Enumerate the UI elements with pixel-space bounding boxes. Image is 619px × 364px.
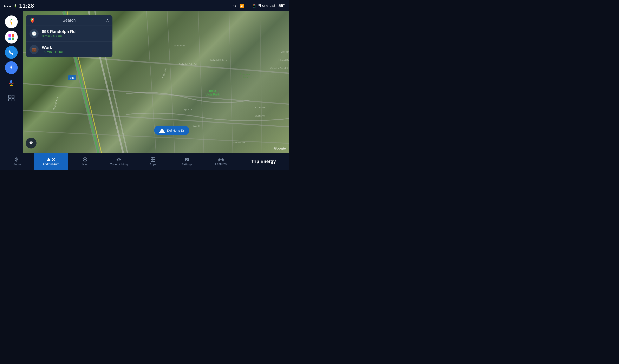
svg-rect-9 <box>8 95 11 98</box>
nav-item-settings[interactable]: Settings <box>170 153 204 170</box>
lte-indicator: LTE ▲ <box>4 4 12 7</box>
pixelate-icon <box>8 33 15 41</box>
svg-rect-58 <box>218 159 224 161</box>
phone-list[interactable]: 📱 Phone List <box>252 3 275 8</box>
svg-rect-6 <box>10 80 12 83</box>
trip-energy[interactable]: Trip Energy <box>238 153 289 170</box>
audio-label: Audio <box>13 163 21 166</box>
svg-point-57 <box>186 160 187 161</box>
sidebar-mic-button[interactable] <box>5 77 18 89</box>
svg-text:Placer Dr: Placer Dr <box>192 125 200 127</box>
nav-item-features[interactable]: Features <box>204 153 238 170</box>
svg-point-55 <box>185 158 186 159</box>
nav-item-zone-lighting[interactable]: Zone Lighting <box>102 153 136 170</box>
svg-rect-10 <box>12 95 14 98</box>
nav-arrow: Del Norte Dr <box>154 126 189 135</box>
maps-icon <box>8 18 15 26</box>
search-item-work-info: Work 16 min · 12 mi <box>42 45 63 54</box>
sidebar-pixelate-button[interactable] <box>5 31 18 43</box>
randolph-subtitle: 8 min · 4.7 mi <box>42 34 75 38</box>
nav-location: Del Norte Dr <box>167 129 184 132</box>
svg-text:Winchester: Winchester <box>174 44 185 47</box>
signal-icon: ↑↓ <box>233 4 236 8</box>
recent-icon: 🕐 <box>29 29 39 38</box>
zone-lighting-icon <box>116 157 121 162</box>
trip-energy-label: Trip Energy <box>251 159 276 164</box>
nav-item-android-auto[interactable]: Android Auto <box>34 153 68 170</box>
settings-icon <box>8 65 14 71</box>
work-title: Work <box>42 45 63 50</box>
wifi-icon: 📶 <box>239 3 244 8</box>
direction-arrow-icon <box>159 128 165 133</box>
nav-item-nav[interactable]: Nav <box>68 153 102 170</box>
apps-icon <box>150 157 155 162</box>
svg-rect-2 <box>12 34 14 37</box>
svg-rect-1 <box>8 34 11 37</box>
settings-nav-icon <box>184 157 189 162</box>
apps-label: Apps <box>150 163 156 166</box>
svg-text:Park: Park <box>243 76 248 79</box>
randolph-title: 893 Randolph Rd <box>42 29 75 34</box>
sidebar-phone-button[interactable] <box>5 46 18 59</box>
mic-icon <box>8 79 15 87</box>
svg-text:Ancona Ave: Ancona Ave <box>254 107 266 109</box>
search-panel: Search ∧ 🕐 893 Randolph Rd 8 min · 4.7 m… <box>26 15 113 57</box>
map-area[interactable]: 101 Hollister Ave Bella Vista Park Everg… <box>23 11 289 153</box>
svg-rect-11 <box>8 99 11 101</box>
work-icon: 💼 <box>29 45 39 54</box>
svg-text:Cathedral Oaks Rd: Cathedral Oaks Rd <box>210 59 227 61</box>
svg-text:Alpine Dr: Alpine Dr <box>183 108 192 111</box>
temperature: 55° <box>279 3 285 8</box>
nav-item-audio[interactable]: Audio <box>0 153 34 170</box>
status-right: ↑↓ 📶 | 📱 Phone List 55° <box>233 3 285 8</box>
work-subtitle: 16 min · 12 mi <box>42 50 63 54</box>
svg-text:Cathedral Oaks Rd: Cathedral Oaks Rd <box>270 67 288 69</box>
svg-rect-50 <box>151 160 153 162</box>
svg-point-33 <box>30 142 32 144</box>
sidebar-settings-button[interactable] <box>5 61 18 74</box>
svg-rect-51 <box>153 160 155 162</box>
svg-text:101: 101 <box>70 76 74 79</box>
sidebar-maps-button[interactable] <box>5 15 18 28</box>
zone-lighting-label: Zone Lighting <box>110 163 128 166</box>
svg-rect-4 <box>12 38 14 40</box>
svg-text:Vista Park: Vista Park <box>206 93 220 96</box>
svg-point-56 <box>187 159 188 160</box>
audio-icon <box>14 157 19 162</box>
bottom-nav: Audio Android Auto Nav <box>0 153 289 170</box>
nav-item-apps[interactable]: Apps <box>136 153 170 170</box>
search-item-work[interactable]: 💼 Work 16 min · 12 mi <box>26 42 113 57</box>
phone-icon <box>8 50 14 55</box>
status-bar: LTE ▲ 🔋 11:28 ↑↓ 📶 | 📱 Phone List 55° <box>0 0 289 11</box>
svg-text:Savona Ave: Savona Ave <box>254 115 266 117</box>
svg-point-32 <box>32 19 33 20</box>
map-gear-button[interactable] <box>26 138 37 148</box>
search-label: Search <box>63 18 75 23</box>
nav-label: Nav <box>82 163 87 166</box>
google-watermark: Google <box>274 147 286 150</box>
features-label: Features <box>215 162 226 166</box>
phone-list-label: Phone List <box>258 3 275 8</box>
svg-text:Hollister Ave: Hollister Ave <box>52 96 59 110</box>
android-auto-label: Android Auto <box>43 162 59 166</box>
svg-line-47 <box>117 160 118 161</box>
settings-label: Settings <box>182 163 192 166</box>
android-auto-icon <box>46 157 51 162</box>
search-item-randolph[interactable]: 🕐 893 Randolph Rd 8 min · 4.7 mi <box>26 26 113 42</box>
svg-rect-49 <box>153 157 155 159</box>
svg-line-46 <box>120 158 121 158</box>
nav-icon <box>83 157 87 162</box>
nav-bubble[interactable]: Del Norte Dr <box>154 126 189 135</box>
sidebar-grid-button[interactable] <box>5 92 18 105</box>
svg-point-38 <box>84 159 86 160</box>
svg-marker-34 <box>47 158 51 161</box>
google-maps-icon <box>29 17 36 24</box>
clock: 11:28 <box>19 2 34 9</box>
svg-point-37 <box>83 158 87 161</box>
search-item-randolph-info: 893 Randolph Rd 8 min · 4.7 mi <box>42 29 75 38</box>
svg-line-44 <box>117 158 118 158</box>
svg-text:Cathedral Oaks Rd: Cathedral Oaks Rd <box>179 63 197 65</box>
search-header[interactable]: Search ∧ <box>26 15 113 26</box>
svg-rect-12 <box>12 99 14 101</box>
svg-text:Calle Real: Calle Real <box>162 68 167 78</box>
